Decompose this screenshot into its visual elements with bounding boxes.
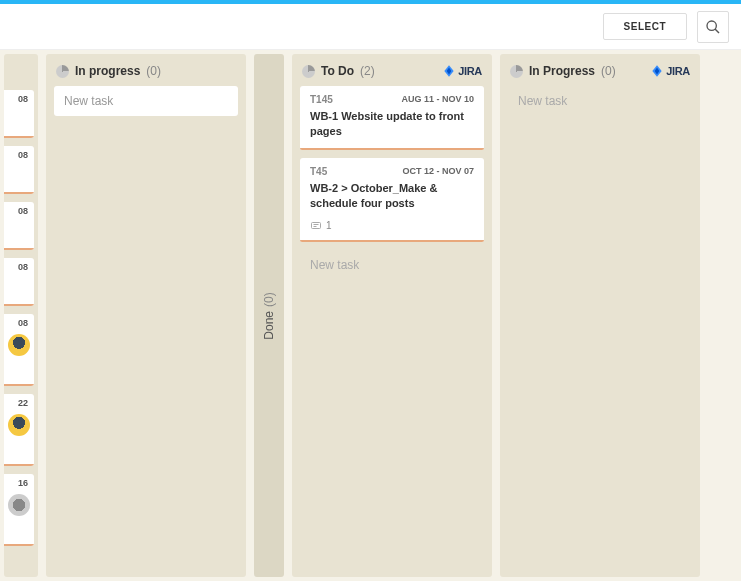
task-card[interactable]: T145AUG 11 - NOV 10WB-1 Website update t… xyxy=(300,86,484,150)
column-body: T145AUG 11 - NOV 10WB-1 Website update t… xyxy=(292,86,492,577)
avatar xyxy=(8,334,30,356)
search-icon xyxy=(705,19,721,35)
task-card-stub[interactable]: 22 xyxy=(4,394,34,466)
column-count: (0) xyxy=(601,64,616,78)
column-partial-left: 08080808082216 xyxy=(4,54,38,577)
card-date-fragment: 08 xyxy=(8,318,30,328)
card-date-fragment: 22 xyxy=(8,398,30,408)
new-task-input[interactable]: New task xyxy=(508,86,692,116)
column-title: Done xyxy=(262,310,276,339)
card-dates: AUG 11 - NOV 10 xyxy=(401,94,474,105)
svg-point-0 xyxy=(707,21,716,30)
column-header[interactable]: In Progress (0) JIRA xyxy=(500,54,700,86)
card-date-fragment: 08 xyxy=(8,262,30,272)
card-date-fragment: 08 xyxy=(8,206,30,216)
column-to-do: To Do (2) JIRA T145AUG 11 - NOV 10WB-1 W… xyxy=(292,54,492,577)
jira-text: JIRA xyxy=(666,65,690,77)
task-card-stub[interactable]: 08 xyxy=(4,202,34,250)
task-card-stub[interactable]: 16 xyxy=(4,474,34,546)
task-card-stub[interactable]: 08 xyxy=(4,90,34,138)
jira-text: JIRA xyxy=(458,65,482,77)
column-title: In progress xyxy=(75,64,140,78)
card-dates: OCT 12 - NOV 07 xyxy=(402,166,474,177)
card-title: WB-2 > October_Make & schedule four post… xyxy=(310,181,474,212)
column-count: (0) xyxy=(262,292,276,307)
svg-rect-2 xyxy=(312,222,321,228)
pie-icon xyxy=(510,65,523,78)
task-card-stub[interactable]: 08 xyxy=(4,314,34,386)
column-body: New task xyxy=(500,86,700,577)
card-id: T145 xyxy=(310,94,333,105)
comment-count: 1 xyxy=(326,220,332,231)
jira-badge: JIRA xyxy=(650,64,690,78)
card-date-fragment: 08 xyxy=(8,94,30,104)
column-title: To Do xyxy=(321,64,354,78)
jira-icon xyxy=(650,64,664,78)
avatar xyxy=(8,494,30,516)
jira-badge: JIRA xyxy=(442,64,482,78)
new-task-input[interactable]: New task xyxy=(300,250,484,280)
comment-icon xyxy=(310,220,322,232)
column-body: 08080808082216 xyxy=(4,90,38,577)
card-date-fragment: 16 xyxy=(8,478,30,488)
task-card-stub[interactable]: 08 xyxy=(4,146,34,194)
card-date-fragment: 08 xyxy=(8,150,30,160)
card-id: T45 xyxy=(310,166,327,177)
kanban-board: 08080808082216 In progress (0) New task … xyxy=(0,50,741,581)
pie-icon xyxy=(56,65,69,78)
pie-icon xyxy=(302,65,315,78)
jira-icon xyxy=(442,64,456,78)
column-header[interactable]: In progress (0) xyxy=(46,54,246,86)
column-count: (0) xyxy=(146,64,161,78)
column-header[interactable]: To Do (2) JIRA xyxy=(292,54,492,86)
card-meta: 1 xyxy=(310,220,474,232)
column-in-progress-1: In progress (0) New task xyxy=(46,54,246,577)
column-count: (2) xyxy=(360,64,375,78)
task-card[interactable]: T45OCT 12 - NOV 07WB-2 > October_Make & … xyxy=(300,158,484,242)
column-done-collapsed[interactable]: Done (0) xyxy=(254,54,284,577)
column-body: New task xyxy=(46,86,246,577)
done-label: Done (0) xyxy=(262,292,276,339)
svg-line-1 xyxy=(715,29,719,33)
column-in-progress-2: In Progress (0) JIRA New task xyxy=(500,54,700,577)
toolbar: SELECT xyxy=(0,4,741,50)
card-title: WB-1 Website update to front pages xyxy=(310,109,474,140)
column-title: In Progress xyxy=(529,64,595,78)
avatar xyxy=(8,414,30,436)
task-card-stub[interactable]: 08 xyxy=(4,258,34,306)
select-button[interactable]: SELECT xyxy=(603,13,687,40)
search-button[interactable] xyxy=(697,11,729,43)
new-task-input[interactable]: New task xyxy=(54,86,238,116)
